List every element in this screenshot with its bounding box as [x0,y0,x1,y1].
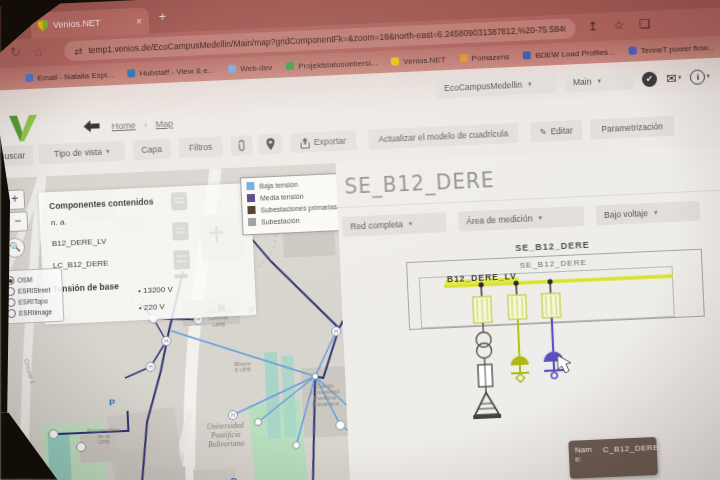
bookmark-favicon [459,54,467,62]
diagram-canvas[interactable] [339,229,720,480]
venios-app-page: EcoCampusMedellin ▾ Main ▾ ✔ ✉▾ i▾ ⚙▾ [0,57,720,480]
attachment-tool-button[interactable] [230,135,253,156]
bookmark-item[interactable]: Email - Natalia Espi... [25,70,114,83]
map-view[interactable]: HHH HHH P P P P Biblioteca Central UPB B… [0,163,353,480]
basemap-option-esristreet[interactable]: ESRIStreet [6,285,62,297]
busbar-line [444,276,673,286]
panel-filter-row: Red completa▾ Área de medición▾ Bajo vol… [342,201,701,237]
feeder-switch-icons [473,293,561,323]
basemap-selector: OSM ESRIStreet ESRITopo ESRIImage [0,268,64,325]
bookmark-favicon [25,74,33,82]
bookmark-favicon [523,51,531,59]
single-line-diagram[interactable]: SE_B12_DERE SE_B12_DERE B12_DERE_LV [339,229,720,480]
bookmark-favicon [228,65,236,73]
components-panel-title: Componentes contenidos [49,192,251,211]
edit-button[interactable]: ✎ Editar [530,120,583,142]
reload-icon[interactable]: ↻ [10,44,22,59]
bookmark-item[interactable]: Web-dev [228,62,272,73]
load-branch-yellow[interactable] [509,319,530,383]
tab-search-icon[interactable]: ˅ [0,17,5,34]
legend-swatch [247,194,255,202]
component-item[interactable]: LC_B12_DERE [53,252,254,270]
earth-icon [472,392,501,419]
svg-text:P: P [231,476,237,480]
bookmark-item[interactable]: Venios.NET [391,55,446,66]
filters-button[interactable]: Filtros [178,136,223,158]
site-info-icon[interactable]: ⇄ [74,45,83,56]
photographed-monitor: ˅ Venios.NET × + ❐ ← ↻ ⌂ ⇄ temp1.venios.… [0,0,720,480]
svg-text:9 UPB: 9 UPB [235,366,251,373]
layer-button[interactable]: Capa [132,139,171,161]
load-icon [510,356,528,366]
svg-text:H: H [231,412,235,418]
voltage-value: • 13200 V [138,285,173,296]
component-tooltip: Nam e: C_B12_DERE [568,437,658,479]
breadcrumb-map-link[interactable]: Map [155,119,173,130]
basemap-option-esriimage[interactable]: ESRIImage [7,307,63,319]
check-icon: ✔ [642,71,658,87]
svg-text:Bolivariana: Bolivariana [208,439,244,450]
transformer-branch[interactable] [469,322,501,419]
svg-text:Bolivariana: Bolivariana [312,400,340,407]
contained-components-panel: Componentes contenidos n. a. B12_DERE_LV… [39,183,257,324]
bookmark-item[interactable]: BDEW Load Profiles... [523,47,615,60]
export-button[interactable]: Exportar [290,130,357,153]
legend-swatch [246,182,254,190]
legend-swatch [248,218,256,226]
tasks-check-button[interactable]: ✔ [642,71,658,87]
tab-title: Venios.NET [53,16,132,30]
locate-button[interactable] [258,134,283,155]
zoom-out-button[interactable]: − [7,211,28,232]
component-item[interactable]: B12_DERE_LV [52,230,253,248]
home-icon[interactable]: ⌂ [34,43,43,58]
legend-swatch [247,206,255,214]
pencil-icon: ✎ [539,127,547,137]
side-panel-icon[interactable]: ❏ [639,17,650,31]
export-icon [301,137,310,148]
bookmark-item[interactable]: TenneT power flow... [628,42,714,55]
radio-icon [7,309,16,318]
bookmark-favicon [391,57,399,65]
chevron-down-icon: ▾ [538,214,542,222]
network-filter-select[interactable]: Red completa▾ [342,212,447,237]
search-button[interactable]: Buscar [0,145,33,167]
chevron-down-icon: ▾ [678,73,682,81]
project-select[interactable]: EcoCampusMedellin ▾ [436,73,557,98]
breadcrumb-home-link[interactable]: Home [111,120,135,131]
parametrization-button[interactable]: Parametrización [590,116,675,140]
messages-button[interactable]: ✉▾ [666,70,682,86]
info-button[interactable]: i▾ [690,69,710,85]
svg-text:H: H [334,328,338,334]
panel-title: SE_B12_DERE [344,167,495,199]
venios-logo [7,115,38,144]
bookmark-star-icon[interactable]: ☆ [613,18,624,32]
bookmark-favicon [127,69,135,77]
app-back-arrow-icon[interactable] [83,120,100,133]
venios-favicon-icon [38,20,48,31]
svg-text:H: H [149,364,153,370]
info-icon: i [690,69,706,85]
new-tab-button[interactable]: + [158,9,166,24]
back-icon[interactable]: ← [0,45,1,61]
voltage-level-select[interactable]: Bajo voltaje▾ [596,201,701,226]
load-branch-purple[interactable] [542,317,572,379]
radio-icon [5,276,14,285]
location-pin-icon [266,138,275,150]
bookmark-item[interactable]: Hubstaff - View & e... [127,65,214,78]
substation-detail-panel: SE_B12_DERE Red completa▾ Área de medici… [335,145,720,480]
mail-icon: ✉ [666,70,678,85]
tab-close-icon[interactable]: × [136,15,142,26]
basemap-option-osm[interactable]: OSM [5,274,61,286]
breadcrumb-separator: › [144,120,147,130]
svg-text:UPB: UPB [98,439,110,446]
view-select[interactable]: Main ▾ [565,70,634,93]
basemap-option-esritopo[interactable]: ESRITopo [6,296,62,308]
view-type-select[interactable]: Tipo de vista▾ [38,141,125,165]
share-icon[interactable]: ↥ [587,19,598,33]
bookmark-item[interactable]: Projektstatusuebersi... [286,58,377,71]
bookmark-item[interactable]: Pomazens [459,52,509,63]
measurement-area-select[interactable]: Área de medición▾ [458,206,585,232]
update-grid-model-button[interactable]: Actualizar el modelo de cuadrícula [368,123,519,150]
zoom-in-button[interactable]: + [4,189,25,210]
transformer-icon [476,343,492,359]
